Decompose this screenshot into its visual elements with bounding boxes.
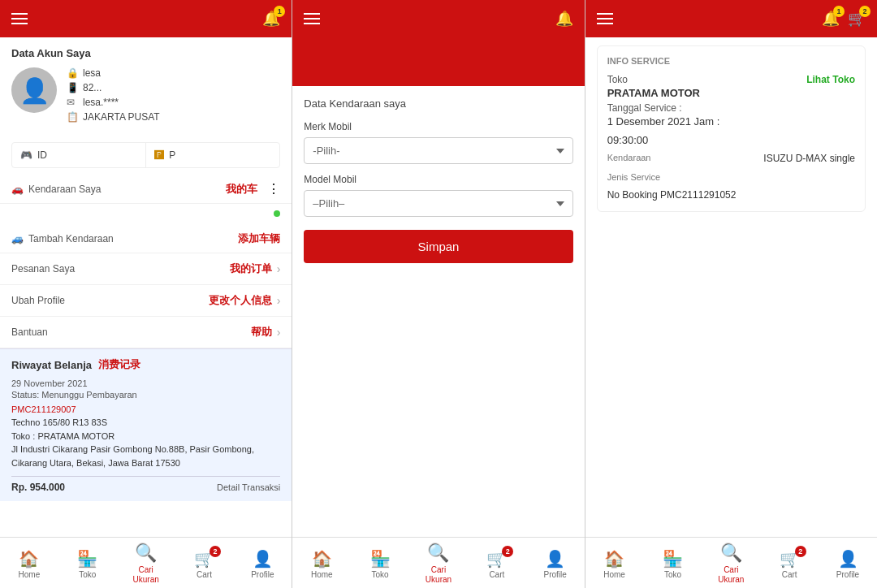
riwayat-product: Techno 165/80 R13 83S xyxy=(11,416,280,430)
user-icon: 🔒 xyxy=(67,67,78,79)
tab-home-3[interactable]: 🏠 Home xyxy=(597,549,633,579)
screen-info-service: 🔔 1 🛒 2 INFO SERVICE Toko Lihat Toko PRA… xyxy=(585,0,877,588)
riwayat-section: Riwayat Belanja 消费记录 29 November 2021 St… xyxy=(0,348,292,501)
tab-profile-1[interactable]: 👤 Profile xyxy=(244,549,280,579)
model-label: Model Mobil xyxy=(304,174,572,185)
add-vehicle-text-cn: 添加车辆 xyxy=(238,231,280,246)
lihat-toko-btn[interactable]: Lihat Toko xyxy=(806,74,855,85)
hamburger-menu-3[interactable] xyxy=(597,13,613,24)
pesanan-label: Pesanan Saya xyxy=(11,263,75,275)
phone-icon: 📱 xyxy=(67,82,78,93)
toko-row: Toko Lihat Toko xyxy=(607,74,855,85)
bell-icon-2[interactable]: 🔔 xyxy=(555,10,573,28)
simpan-button[interactable]: Simpan xyxy=(304,230,572,263)
id-points-row: 🎮 ID 🅿 P xyxy=(11,142,280,168)
vehicle-row[interactable]: 🚗 Kendaraan Saya 我的车 ⋮ xyxy=(0,175,292,204)
kendaraan-value: ISUZU D-MAX single xyxy=(763,153,855,164)
merk-label: Merk Mobil xyxy=(304,121,572,132)
riwayat-status: Status: Menunggu Pembayaran xyxy=(11,390,280,400)
tab-cari-2[interactable]: 🔍 CariUkuran xyxy=(421,543,456,585)
detail-btn[interactable]: Detail Transaksi xyxy=(217,482,280,492)
navbar-3: 🔔 1 🛒 2 xyxy=(585,0,877,37)
cari-icon-3: 🔍 xyxy=(720,543,742,564)
user-location: JAKARTA PUSAT xyxy=(83,111,160,123)
jenis-label: Jenis Service xyxy=(607,172,660,182)
tab-home-2[interactable]: 🏠 Home xyxy=(304,549,339,579)
tab-cart-3[interactable]: 🛒 2 Cart xyxy=(771,549,807,579)
bell-badge-1: 1 xyxy=(274,6,285,17)
add-vehicle-row[interactable]: 🚙 Tambah Kendaraan 添加车辆 xyxy=(0,225,292,253)
tab-cari-1[interactable]: 🔍 CariUkuran xyxy=(128,543,164,585)
tab-cari-label-1: CariUkuran xyxy=(133,565,159,585)
add-vehicle-label: 🚙 Tambah Kendaraan xyxy=(11,233,114,244)
tab-cari-label-3: CariUkuran xyxy=(718,565,744,585)
toko-key: Toko xyxy=(607,74,628,85)
form-title: Data Kendaraan saya xyxy=(304,97,572,110)
tab-home-label-2: Home xyxy=(311,570,333,579)
shop-name: PRATAMA MOTOR xyxy=(607,87,855,99)
model-select[interactable]: –Pilih– xyxy=(304,190,572,217)
user-email: lesa.**** xyxy=(83,97,119,108)
cart-nav-icon-3[interactable]: 🛒 2 xyxy=(848,10,866,28)
toko-icon-3: 🏪 xyxy=(663,549,683,569)
tab-cart-1[interactable]: 🛒 2 Cart xyxy=(187,549,222,579)
cart-icon-1: 🛒 2 xyxy=(194,549,214,569)
tab-toko-2[interactable]: 🏪 Toko xyxy=(362,549,398,579)
profile-icon-1: 👤 xyxy=(253,549,273,569)
tab-toko-label-3: Toko xyxy=(664,570,681,579)
tab-bar-3: 🏠 Home 🏪 Toko 🔍 CariUkuran 🛒 2 Cart xyxy=(585,537,877,588)
tab-cari-3[interactable]: 🔍 CariUkuran xyxy=(713,543,749,585)
bantuan-row[interactable]: Bantuan 帮助 › xyxy=(0,317,292,348)
user-info: 🔒 lesa 📱 82... ✉ lesa.**** 📋 xyxy=(67,67,160,123)
no-booking-row: No Booking PMC2111291052 xyxy=(607,187,855,201)
info-service-content: INFO SERVICE Toko Lihat Toko PRATAMA MOT… xyxy=(585,37,877,537)
points-box: 🅿 P xyxy=(146,143,279,167)
screen-profile: 🔔 1 Data Akun Saya 👤 🔒 lesa � xyxy=(0,0,292,588)
email-icon: ✉ xyxy=(67,97,78,108)
pesanan-text-cn: 我的订单 xyxy=(230,262,272,276)
chevron-ubah: › xyxy=(277,294,281,307)
cart-badge-2: 2 xyxy=(502,546,513,557)
tab-home-label-1: Home xyxy=(19,570,41,579)
tab-toko-1[interactable]: 🏪 Toko xyxy=(70,549,106,579)
tab-bar-1: 🏠 Home 🏪 Toko 🔍 CariUkuran 🛒 2 Cart xyxy=(0,537,292,588)
ubah-row[interactable]: Ubah Profile 更改个人信息 › xyxy=(0,285,292,317)
riwayat-shop: Toko : PRATAMA MOTOR xyxy=(11,430,280,443)
tab-cari-label-2: CariUkuran xyxy=(426,565,451,585)
tab-profile-3[interactable]: 👤 Profile xyxy=(830,549,866,579)
bell-badge-3: 1 xyxy=(833,6,845,17)
tab-cart-2[interactable]: 🛒 2 Cart xyxy=(479,549,515,579)
riwayat-title-cn: 消费记录 xyxy=(98,357,140,372)
user-phone: 82... xyxy=(83,82,102,93)
vehicle-text-cn: 我的车 xyxy=(226,182,257,197)
bell-icon-1[interactable]: 🔔 1 xyxy=(262,10,280,28)
profile-content: Data Akun Saya 👤 🔒 lesa 📱 82... xyxy=(0,37,292,537)
red-banner xyxy=(292,37,584,86)
hamburger-menu-2[interactable] xyxy=(304,13,320,24)
tab-toko-3[interactable]: 🏪 Toko xyxy=(655,549,690,579)
tab-home-1[interactable]: 🏠 Home xyxy=(11,549,47,579)
tab-profile-2[interactable]: 👤 Profile xyxy=(538,549,573,579)
bell-icon-3[interactable]: 🔔 1 xyxy=(822,10,840,28)
tab-home-label-3: Home xyxy=(603,570,625,579)
riwayat-price: Rp. 954.000 xyxy=(11,482,65,493)
cart-icon-2: 🛒 2 xyxy=(486,549,507,569)
kendaraan-key: Kendaraan xyxy=(607,153,651,162)
profile-icon-3: 👤 xyxy=(838,549,858,569)
merk-select[interactable]: -Pilih- xyxy=(304,137,572,164)
dot-green: ⋮ xyxy=(267,181,280,197)
car-icon: 🚗 xyxy=(11,184,24,195)
toko-icon-2: 🏪 xyxy=(370,549,391,569)
tanggal-label: Tanggal Service : xyxy=(607,102,855,114)
info-block: INFO SERVICE Toko Lihat Toko PRATAMA MOT… xyxy=(597,45,866,212)
riwayat-booking[interactable]: PMC211129007 xyxy=(11,404,280,414)
home-icon-1: 🏠 xyxy=(19,549,39,569)
bantuan-label: Bantuan xyxy=(11,326,48,338)
status-dot xyxy=(274,210,280,217)
points-icon: 🅿 xyxy=(154,149,164,161)
bantuan-text-cn: 帮助 xyxy=(251,325,272,339)
pesanan-row[interactable]: Pesanan Saya 我的订单 › xyxy=(0,253,292,285)
hamburger-menu-1[interactable] xyxy=(11,13,28,24)
cart-icon-3: 🛒 2 xyxy=(780,549,800,569)
vehicle-label: 🚗 Kendaraan Saya xyxy=(11,184,101,195)
